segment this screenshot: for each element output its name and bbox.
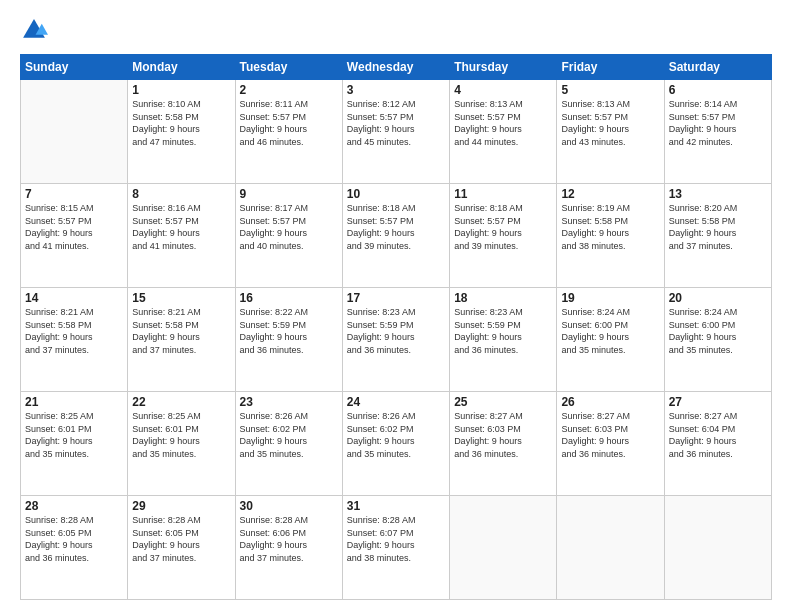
day-info: Sunrise: 8:27 AM Sunset: 6:03 PM Dayligh… xyxy=(561,410,659,460)
day-number: 24 xyxy=(347,395,445,409)
calendar-cell: 24Sunrise: 8:26 AM Sunset: 6:02 PM Dayli… xyxy=(342,392,449,496)
day-number: 10 xyxy=(347,187,445,201)
calendar-cell: 17Sunrise: 8:23 AM Sunset: 5:59 PM Dayli… xyxy=(342,288,449,392)
calendar-week-1: 1Sunrise: 8:10 AM Sunset: 5:58 PM Daylig… xyxy=(21,80,772,184)
day-info: Sunrise: 8:28 AM Sunset: 6:05 PM Dayligh… xyxy=(132,514,230,564)
day-info: Sunrise: 8:23 AM Sunset: 5:59 PM Dayligh… xyxy=(454,306,552,356)
day-info: Sunrise: 8:13 AM Sunset: 5:57 PM Dayligh… xyxy=(454,98,552,148)
day-info: Sunrise: 8:25 AM Sunset: 6:01 PM Dayligh… xyxy=(132,410,230,460)
calendar-cell: 22Sunrise: 8:25 AM Sunset: 6:01 PM Dayli… xyxy=(128,392,235,496)
day-info: Sunrise: 8:15 AM Sunset: 5:57 PM Dayligh… xyxy=(25,202,123,252)
calendar-week-4: 21Sunrise: 8:25 AM Sunset: 6:01 PM Dayli… xyxy=(21,392,772,496)
calendar-cell: 18Sunrise: 8:23 AM Sunset: 5:59 PM Dayli… xyxy=(450,288,557,392)
day-number: 19 xyxy=(561,291,659,305)
calendar-cell: 10Sunrise: 8:18 AM Sunset: 5:57 PM Dayli… xyxy=(342,184,449,288)
day-info: Sunrise: 8:23 AM Sunset: 5:59 PM Dayligh… xyxy=(347,306,445,356)
calendar-cell: 23Sunrise: 8:26 AM Sunset: 6:02 PM Dayli… xyxy=(235,392,342,496)
day-info: Sunrise: 8:14 AM Sunset: 5:57 PM Dayligh… xyxy=(669,98,767,148)
day-number: 29 xyxy=(132,499,230,513)
day-info: Sunrise: 8:21 AM Sunset: 5:58 PM Dayligh… xyxy=(132,306,230,356)
day-number: 23 xyxy=(240,395,338,409)
day-number: 12 xyxy=(561,187,659,201)
calendar-cell: 25Sunrise: 8:27 AM Sunset: 6:03 PM Dayli… xyxy=(450,392,557,496)
weekday-header-row: SundayMondayTuesdayWednesdayThursdayFrid… xyxy=(21,55,772,80)
day-info: Sunrise: 8:26 AM Sunset: 6:02 PM Dayligh… xyxy=(240,410,338,460)
calendar-table: SundayMondayTuesdayWednesdayThursdayFrid… xyxy=(20,54,772,600)
day-number: 6 xyxy=(669,83,767,97)
calendar-cell: 30Sunrise: 8:28 AM Sunset: 6:06 PM Dayli… xyxy=(235,496,342,600)
calendar-cell: 14Sunrise: 8:21 AM Sunset: 5:58 PM Dayli… xyxy=(21,288,128,392)
page: SundayMondayTuesdayWednesdayThursdayFrid… xyxy=(0,0,792,612)
calendar-cell: 5Sunrise: 8:13 AM Sunset: 5:57 PM Daylig… xyxy=(557,80,664,184)
weekday-header-sunday: Sunday xyxy=(21,55,128,80)
calendar-cell: 2Sunrise: 8:11 AM Sunset: 5:57 PM Daylig… xyxy=(235,80,342,184)
day-number: 17 xyxy=(347,291,445,305)
weekday-header-monday: Monday xyxy=(128,55,235,80)
calendar-cell xyxy=(450,496,557,600)
calendar-cell xyxy=(664,496,771,600)
calendar-cell: 12Sunrise: 8:19 AM Sunset: 5:58 PM Dayli… xyxy=(557,184,664,288)
calendar-cell xyxy=(21,80,128,184)
day-info: Sunrise: 8:24 AM Sunset: 6:00 PM Dayligh… xyxy=(561,306,659,356)
calendar-cell: 27Sunrise: 8:27 AM Sunset: 6:04 PM Dayli… xyxy=(664,392,771,496)
calendar-cell: 4Sunrise: 8:13 AM Sunset: 5:57 PM Daylig… xyxy=(450,80,557,184)
calendar-cell: 26Sunrise: 8:27 AM Sunset: 6:03 PM Dayli… xyxy=(557,392,664,496)
calendar-cell: 31Sunrise: 8:28 AM Sunset: 6:07 PM Dayli… xyxy=(342,496,449,600)
calendar-cell: 8Sunrise: 8:16 AM Sunset: 5:57 PM Daylig… xyxy=(128,184,235,288)
weekday-header-tuesday: Tuesday xyxy=(235,55,342,80)
day-number: 15 xyxy=(132,291,230,305)
day-info: Sunrise: 8:18 AM Sunset: 5:57 PM Dayligh… xyxy=(347,202,445,252)
day-number: 22 xyxy=(132,395,230,409)
weekday-header-saturday: Saturday xyxy=(664,55,771,80)
calendar-cell: 1Sunrise: 8:10 AM Sunset: 5:58 PM Daylig… xyxy=(128,80,235,184)
day-info: Sunrise: 8:18 AM Sunset: 5:57 PM Dayligh… xyxy=(454,202,552,252)
day-info: Sunrise: 8:25 AM Sunset: 6:01 PM Dayligh… xyxy=(25,410,123,460)
day-info: Sunrise: 8:10 AM Sunset: 5:58 PM Dayligh… xyxy=(132,98,230,148)
weekday-header-thursday: Thursday xyxy=(450,55,557,80)
calendar-week-5: 28Sunrise: 8:28 AM Sunset: 6:05 PM Dayli… xyxy=(21,496,772,600)
day-number: 8 xyxy=(132,187,230,201)
day-number: 26 xyxy=(561,395,659,409)
day-info: Sunrise: 8:28 AM Sunset: 6:06 PM Dayligh… xyxy=(240,514,338,564)
day-info: Sunrise: 8:16 AM Sunset: 5:57 PM Dayligh… xyxy=(132,202,230,252)
calendar-cell: 3Sunrise: 8:12 AM Sunset: 5:57 PM Daylig… xyxy=(342,80,449,184)
day-number: 31 xyxy=(347,499,445,513)
day-number: 14 xyxy=(25,291,123,305)
day-number: 28 xyxy=(25,499,123,513)
calendar-cell: 29Sunrise: 8:28 AM Sunset: 6:05 PM Dayli… xyxy=(128,496,235,600)
day-info: Sunrise: 8:24 AM Sunset: 6:00 PM Dayligh… xyxy=(669,306,767,356)
day-info: Sunrise: 8:28 AM Sunset: 6:07 PM Dayligh… xyxy=(347,514,445,564)
day-number: 21 xyxy=(25,395,123,409)
day-number: 7 xyxy=(25,187,123,201)
calendar-week-3: 14Sunrise: 8:21 AM Sunset: 5:58 PM Dayli… xyxy=(21,288,772,392)
calendar-cell: 20Sunrise: 8:24 AM Sunset: 6:00 PM Dayli… xyxy=(664,288,771,392)
day-info: Sunrise: 8:26 AM Sunset: 6:02 PM Dayligh… xyxy=(347,410,445,460)
calendar-cell: 28Sunrise: 8:28 AM Sunset: 6:05 PM Dayli… xyxy=(21,496,128,600)
calendar-cell: 7Sunrise: 8:15 AM Sunset: 5:57 PM Daylig… xyxy=(21,184,128,288)
day-number: 18 xyxy=(454,291,552,305)
day-info: Sunrise: 8:12 AM Sunset: 5:57 PM Dayligh… xyxy=(347,98,445,148)
weekday-header-friday: Friday xyxy=(557,55,664,80)
day-info: Sunrise: 8:13 AM Sunset: 5:57 PM Dayligh… xyxy=(561,98,659,148)
calendar-cell: 15Sunrise: 8:21 AM Sunset: 5:58 PM Dayli… xyxy=(128,288,235,392)
calendar-cell: 6Sunrise: 8:14 AM Sunset: 5:57 PM Daylig… xyxy=(664,80,771,184)
day-number: 27 xyxy=(669,395,767,409)
day-number: 3 xyxy=(347,83,445,97)
day-info: Sunrise: 8:28 AM Sunset: 6:05 PM Dayligh… xyxy=(25,514,123,564)
day-number: 30 xyxy=(240,499,338,513)
calendar-cell: 19Sunrise: 8:24 AM Sunset: 6:00 PM Dayli… xyxy=(557,288,664,392)
calendar-cell: 21Sunrise: 8:25 AM Sunset: 6:01 PM Dayli… xyxy=(21,392,128,496)
day-info: Sunrise: 8:17 AM Sunset: 5:57 PM Dayligh… xyxy=(240,202,338,252)
weekday-header-wednesday: Wednesday xyxy=(342,55,449,80)
calendar-cell: 11Sunrise: 8:18 AM Sunset: 5:57 PM Dayli… xyxy=(450,184,557,288)
day-number: 16 xyxy=(240,291,338,305)
day-number: 20 xyxy=(669,291,767,305)
day-number: 4 xyxy=(454,83,552,97)
calendar-cell: 16Sunrise: 8:22 AM Sunset: 5:59 PM Dayli… xyxy=(235,288,342,392)
logo xyxy=(20,16,52,44)
header xyxy=(20,16,772,44)
calendar-cell: 9Sunrise: 8:17 AM Sunset: 5:57 PM Daylig… xyxy=(235,184,342,288)
day-info: Sunrise: 8:27 AM Sunset: 6:04 PM Dayligh… xyxy=(669,410,767,460)
day-info: Sunrise: 8:22 AM Sunset: 5:59 PM Dayligh… xyxy=(240,306,338,356)
day-info: Sunrise: 8:27 AM Sunset: 6:03 PM Dayligh… xyxy=(454,410,552,460)
